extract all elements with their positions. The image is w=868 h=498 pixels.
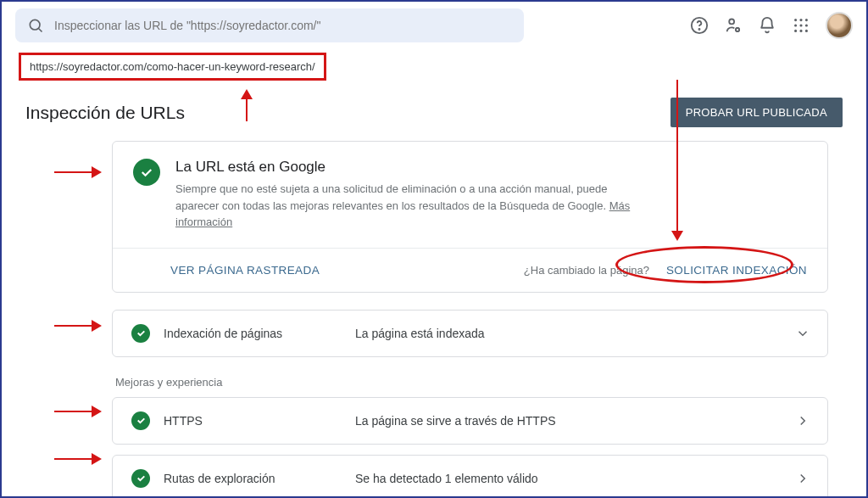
breadcrumbs-row[interactable]: Rutas de exploración Se ha detectado 1 e… (112, 455, 828, 499)
svg-point-0 (30, 20, 40, 30)
test-live-url-button[interactable]: PROBAR URL PUBLICADA (670, 98, 843, 127)
apps-grid-icon[interactable] (792, 16, 810, 35)
svg-point-11 (805, 24, 808, 26)
account-avatar[interactable] (826, 12, 853, 39)
page-indexing-row[interactable]: Indexación de páginas La página está ind… (112, 310, 828, 357)
url-search-input[interactable] (54, 19, 512, 32)
status-description: Siempre que no esté sujeta a una solicit… (175, 181, 650, 231)
row-label: HTTPS (164, 414, 342, 428)
svg-point-10 (799, 24, 802, 26)
svg-point-7 (799, 19, 802, 21)
enhancements-section-label: Mejoras y experiencia (115, 376, 866, 389)
request-indexing-button[interactable]: SOLICITAR INDEXACIÓN (666, 264, 807, 277)
chevron-right-icon (795, 413, 810, 428)
status-title: La URL está en Google (175, 159, 807, 176)
page-changed-label: ¿Ha cambiado la página? (524, 264, 649, 277)
notifications-icon[interactable] (758, 16, 776, 35)
user-settings-icon[interactable] (724, 16, 743, 35)
row-status: Se ha detectado 1 elemento válido (355, 472, 782, 485)
chevron-right-icon (795, 471, 810, 486)
svg-point-13 (799, 30, 802, 32)
url-status-card: La URL está en Google Siempre que no est… (112, 141, 828, 293)
row-label: Rutas de exploración (164, 472, 342, 485)
svg-point-6 (794, 19, 797, 21)
topbar-actions (690, 12, 853, 39)
svg-point-5 (736, 28, 739, 31)
url-search-bar[interactable] (15, 8, 524, 42)
svg-point-12 (794, 30, 797, 32)
view-crawled-page-button[interactable]: VER PÁGINA RASTREADA (170, 264, 320, 277)
check-circle-icon (133, 159, 160, 186)
https-row[interactable]: HTTPS La página se sirve a través de HTT… (112, 397, 828, 445)
row-status: La página está indexada (355, 327, 782, 340)
row-label: Indexación de páginas (164, 327, 342, 340)
inspected-url-box: https://soyredactor.com/como-hacer-un-ke… (19, 53, 326, 81)
svg-point-14 (805, 30, 808, 32)
svg-point-9 (794, 24, 797, 26)
svg-point-4 (729, 19, 734, 24)
svg-point-3 (698, 29, 699, 30)
page-title: Inspección de URLs (25, 103, 185, 123)
search-icon (27, 17, 44, 34)
chevron-down-icon (795, 326, 810, 341)
help-icon[interactable] (690, 16, 709, 35)
top-bar (2, 2, 866, 49)
svg-point-8 (805, 19, 808, 21)
check-circle-icon (131, 469, 150, 488)
row-status: La página se sirve a través de HTTPS (355, 414, 782, 428)
check-circle-icon (131, 411, 150, 430)
check-circle-icon (131, 324, 150, 343)
svg-line-1 (39, 29, 42, 32)
